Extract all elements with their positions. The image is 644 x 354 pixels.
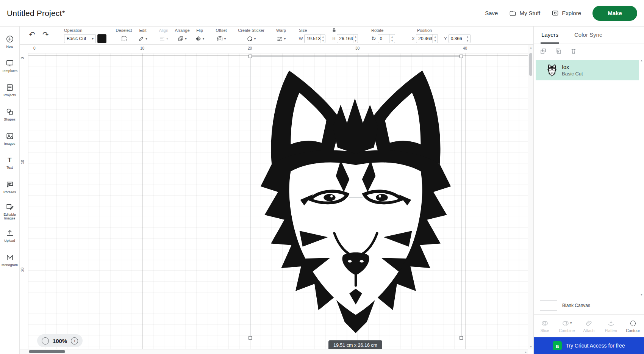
create-sticker-label: Create Sticker [238,28,264,33]
height-axis-label: H [332,36,335,41]
group-icon[interactable] [540,48,547,55]
selection-handle-top-left[interactable] [249,55,252,58]
selection-handle-bottom-left[interactable] [249,336,252,340]
sidebar-item-projects[interactable]: Projects [0,78,19,102]
sidebar-item-monogram[interactable]: Monogram [0,248,19,272]
left-sidebar: New Templates Projects Shapes Images T T… [0,27,20,354]
undo-icon[interactable]: ↶ [29,31,35,38]
scroll-down-icon[interactable]: ▼ [530,345,532,348]
scroll-down-icon[interactable]: ▼ [640,293,643,296]
images-icon [6,132,14,140]
duplicate-icon[interactable] [555,48,562,55]
scroll-up-icon[interactable]: ▲ [530,46,532,49]
stepper-up-icon: ▲ [465,34,470,39]
stepper-up-icon: ▲ [390,34,395,39]
explore-button[interactable]: Explore [552,9,581,17]
width-stepper[interactable]: ▲▼ [320,34,325,43]
tab-color-sync[interactable]: Color Sync [574,27,603,44]
ruler-number: 30 [355,46,360,50]
create-sticker-button[interactable]: ▾ [247,36,256,42]
horizontal-scroll-thumb[interactable] [29,350,65,353]
upload-icon [6,229,14,237]
flatten-button: Flatten [600,315,622,337]
sidebar-item-templates[interactable]: Templates [0,54,19,78]
save-button[interactable]: Save [485,10,498,16]
offset-button[interactable]: ▾ [217,36,226,42]
tab-layers[interactable]: Layers [541,27,559,44]
selection-handle-top-right[interactable] [460,55,463,58]
zoom-in-button[interactable]: + [71,337,78,345]
align-label: Align [159,28,168,33]
chevron-down-icon: ▾ [224,37,226,41]
blank-canvas-row[interactable]: Blank Canvas [534,297,644,314]
deselect-button[interactable] [121,36,127,42]
stepper-up-icon: ▲ [353,34,358,39]
cricut-access-banner[interactable]: a Try Cricut Access for free [534,337,644,354]
flip-button[interactable]: ▾ [195,36,205,42]
vertical-scroll-thumb[interactable] [529,53,532,76]
editable-images-icon [6,203,14,211]
zoom-level: 100% [53,338,67,344]
phrases-icon [6,180,14,189]
zoom-out-button[interactable]: − [42,337,49,345]
sidebar-item-images[interactable]: Images [0,127,19,151]
layer-item-fox[interactable]: fox Basic Cut [536,60,639,80]
chevron-down-icon: ▾ [166,37,168,41]
color-swatch[interactable] [97,34,106,43]
selection-bounding-box[interactable] [250,56,461,338]
arrange-button[interactable]: ▾ [178,36,187,42]
banner-text: Try Cricut Access for free [566,343,625,349]
x-stepper[interactable]: ▲▼ [432,34,438,43]
rotate-input[interactable]: 0 ▲▼ [378,34,395,43]
sidebar-item-upload[interactable]: Upload [0,224,19,248]
sidebar-item-label: Phrases [3,190,16,194]
width-input[interactable]: 19.513 ▲▼ [304,34,325,43]
position-label: Position [417,28,432,33]
blank-canvas-swatch[interactable] [540,300,557,311]
height-input[interactable]: 26.164 ▲▼ [337,34,358,43]
chevron-down-icon: ▾ [284,37,286,41]
design-canvas[interactable]: 0 10 20 30 40 0 10 20 [20,45,533,354]
layers-panel: Layers Color Sync [533,27,644,354]
edit-button[interactable]: ▾ [138,36,147,42]
scroll-up-icon[interactable]: ▲ [640,59,643,62]
layer-operation: Basic Cut [562,70,583,77]
lock-icon[interactable] [331,27,337,33]
ruler-number: 0 [20,57,25,60]
x-axis-label: X [412,36,414,41]
position-y-input[interactable]: 0.366 ▲▼ [449,34,470,43]
contour-button[interactable]: Contour [622,315,644,337]
my-stuff-button[interactable]: My Stuff [509,9,540,17]
stepper-down-icon: ▼ [353,39,358,43]
stepper-up-icon: ▲ [321,34,325,39]
sidebar-item-editable-images[interactable]: Editable Images [0,199,19,224]
redo-icon[interactable]: ↷ [42,31,49,38]
rotate-icon[interactable]: ↻ [371,35,376,42]
header: Untitled Project* Save My Stuff Explore … [0,0,644,27]
height-stepper[interactable]: ▲▼ [353,34,358,43]
rotate-stepper[interactable]: ▲▼ [389,34,395,43]
stepper-up-icon: ▲ [433,34,438,39]
position-x-input[interactable]: 20.463 ▲▼ [416,34,438,43]
sidebar-item-new[interactable]: New [0,30,19,54]
trash-icon[interactable] [570,48,577,55]
layers-scrollbar[interactable]: ▲ ▼ [639,58,644,297]
sidebar-item-text[interactable]: T Text [0,151,19,175]
y-stepper[interactable]: ▲▼ [465,34,470,43]
stepper-down-icon: ▼ [321,39,325,43]
canvas-vertical-scrollbar[interactable]: ▲ ▼ [528,45,533,349]
sidebar-item-shapes[interactable]: Shapes [0,102,19,127]
warp-button[interactable]: ▾ [277,36,286,42]
attach-icon [585,320,593,327]
make-button[interactable]: Make [592,6,637,21]
combine-button: ▾ Combine [556,315,578,337]
layers-toolbar [534,44,644,58]
chevron-down-icon: ▾ [92,37,94,41]
scroll-right-icon[interactable]: ▸ [525,351,527,353]
sidebar-item-phrases[interactable]: Phrases [0,175,19,199]
my-stuff-label: My Stuff [519,10,540,16]
operation-select[interactable]: Basic Cut ▾ [64,34,96,43]
selection-handle-bottom-right[interactable] [460,336,463,340]
chevron-down-icon: ▾ [570,321,572,325]
canvas-horizontal-scrollbar[interactable]: ▸ [20,349,528,354]
